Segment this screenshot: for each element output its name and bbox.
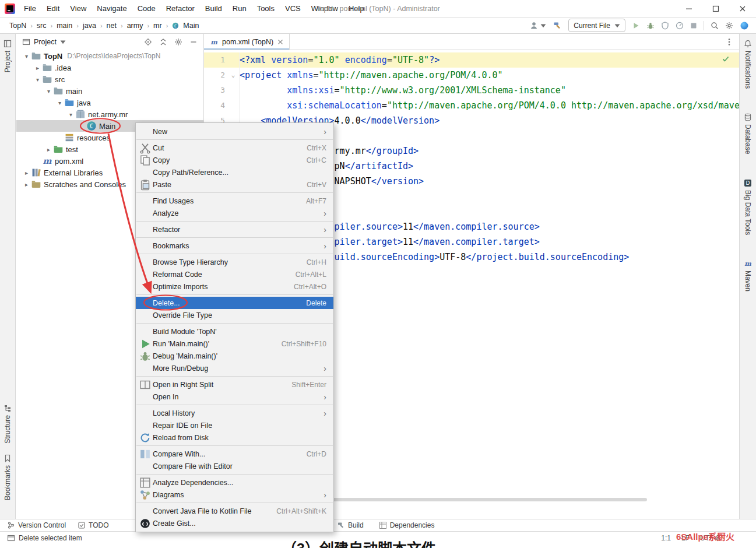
collapse-all-button[interactable]	[159, 38, 167, 46]
breadcrumb-item-mr[interactable]: mr	[153, 22, 162, 30]
run-config-select[interactable]: Current File	[568, 19, 625, 32]
menu-item-compare-file-with-editor[interactable]: Compare File with Editor	[136, 460, 333, 472]
code-text[interactable]: xsi:schemaLocation="http://maven.apache.…	[239, 98, 739, 113]
tree-chevron-icon[interactable]	[22, 170, 31, 176]
panel-settings-button[interactable]	[174, 38, 182, 46]
editor-options-button[interactable]	[725, 38, 739, 46]
stop-button[interactable]	[690, 22, 697, 29]
fold-icon[interactable]	[227, 68, 239, 83]
breadcrumb-item-net[interactable]: net	[107, 22, 117, 30]
caret-position[interactable]: 1:1	[661, 534, 671, 542]
tool-stripe-structure[interactable]: Structure	[3, 404, 12, 444]
breadcrumb-item-main[interactable]: main	[57, 22, 72, 30]
tree-chevron-icon[interactable]	[66, 111, 75, 118]
menu-edit[interactable]: Edit	[41, 0, 65, 17]
tree-row-net-army-mr[interactable]: net.army.mr	[16, 108, 203, 120]
debug-button[interactable]	[646, 22, 655, 30]
code-text[interactable]: <project xmlns="http://maven.apache.org/…	[239, 68, 739, 83]
menu-item-find-usages[interactable]: Find UsagesAlt+F7	[136, 195, 333, 207]
project-panel-title[interactable]: Project	[34, 38, 57, 46]
status-widget-todo[interactable]: TODO	[78, 521, 108, 529]
menu-navigate[interactable]: Navigate	[92, 0, 132, 17]
menu-item-copy[interactable]: CopyCtrl+C	[136, 154, 333, 166]
breadcrumb-item-army[interactable]: army	[127, 22, 143, 30]
tool-stripe-maven[interactable]: mMaven	[744, 259, 752, 291]
menu-item-bookmarks[interactable]: Bookmarks	[136, 240, 333, 252]
tree-row-main[interactable]: main	[16, 85, 203, 97]
menu-build[interactable]: Build	[200, 0, 227, 17]
menu-item-refactor[interactable]: Refactor	[136, 223, 333, 236]
menu-item-local-history[interactable]: Local History	[136, 407, 333, 419]
close-button[interactable]	[729, 0, 756, 17]
menu-item-more-run-debug[interactable]: More Run/Debug	[136, 362, 333, 374]
breadcrumb-item-src[interactable]: src	[37, 22, 47, 30]
tree-chevron-icon[interactable]	[33, 65, 42, 71]
inspections-ok-icon[interactable]	[722, 55, 730, 63]
code-text[interactable]: <?xml version="1.0" encoding="UTF-8"?>	[239, 52, 739, 68]
menu-item-analyze[interactable]: Analyze	[136, 207, 333, 219]
editor-tab-pom[interactable]: m pom.xml (TopN)	[204, 34, 290, 50]
menu-vcs[interactable]: VCS	[280, 0, 306, 17]
menu-item-paste[interactable]: PasteCtrl+V	[136, 178, 333, 191]
menu-item-optimize-imports[interactable]: Optimize ImportsCtrl+Alt+O	[136, 280, 333, 293]
tree-row-idea[interactable]: .idea	[16, 62, 203, 73]
tool-stripe-database[interactable]: Database	[744, 113, 752, 154]
status-widget-version-control[interactable]: Version Control	[7, 521, 66, 529]
tool-stripe-bookmarks[interactable]: Bookmarks	[3, 454, 12, 500]
menu-tools[interactable]: Tools	[252, 0, 280, 17]
menu-code[interactable]: Code	[132, 0, 161, 17]
tree-chevron-icon[interactable]	[55, 100, 64, 106]
code-text[interactable]: xmlns:xsi="http://www.w3.org/2001/XMLSch…	[239, 83, 739, 98]
menu-item-compare-with[interactable]: Compare With...Ctrl+D	[136, 448, 333, 460]
build-hammer-icon[interactable]	[553, 21, 562, 30]
hide-panel-button[interactable]	[189, 38, 198, 46]
settings-button[interactable]	[725, 22, 733, 30]
run-button[interactable]	[632, 22, 640, 30]
locate-file-button[interactable]	[144, 38, 152, 46]
menu-file[interactable]: File	[19, 0, 41, 17]
minimize-button[interactable]	[676, 0, 702, 17]
menu-item-delete[interactable]: Delete...Delete	[136, 297, 333, 309]
menu-item-run-main-main[interactable]: Run 'Main.main()'Ctrl+Shift+F10	[136, 338, 333, 350]
line-separator[interactable]: LF	[681, 534, 690, 542]
tree-chevron-icon[interactable]	[44, 146, 53, 153]
menu-item-create-gist[interactable]: Create Gist...	[136, 517, 333, 529]
learn-plugin-icon[interactable]	[740, 21, 749, 30]
menu-item-debug-main-main[interactable]: Debug 'Main.main()'	[136, 350, 333, 362]
profiler-button[interactable]	[676, 22, 684, 30]
maximize-button[interactable]	[702, 0, 729, 17]
coverage-button[interactable]	[661, 22, 669, 30]
menu-item-reload-from-disk[interactable]: Reload from Disk	[136, 431, 333, 444]
tree-row-src[interactable]: src	[16, 73, 203, 85]
menu-item-override-file-type[interactable]: Override File Type	[136, 309, 333, 321]
tree-row-java[interactable]: java	[16, 97, 203, 108]
menu-item-build-module-topn[interactable]: Build Module 'TopN'	[136, 325, 333, 338]
menu-item-analyze-dependencies[interactable]: Analyze Dependencies...	[136, 476, 333, 489]
menu-refactor[interactable]: Refactor	[161, 0, 200, 17]
tree-chevron-icon[interactable]	[33, 76, 42, 83]
search-button[interactable]	[711, 22, 719, 30]
breadcrumb-item-topn[interactable]: TopN	[9, 22, 26, 30]
menu-view[interactable]: View	[65, 0, 92, 17]
menu-run[interactable]: Run	[227, 0, 252, 17]
tool-stripe-big-data-tools[interactable]: DBig Data Tools	[744, 179, 752, 235]
tree-chevron-icon[interactable]	[44, 88, 53, 94]
tab-close-icon[interactable]	[277, 39, 283, 45]
menu-item-cut[interactable]: CutCtrl+X	[136, 142, 333, 154]
menu-item-convert-java-file-to-kotlin-file[interactable]: Convert Java File to Kotlin FileCtrl+Alt…	[136, 505, 333, 517]
menu-item-browse-type-hierarchy[interactable]: Browse Type HierarchyCtrl+H	[136, 256, 333, 268]
menu-item-new[interactable]: New	[136, 125, 333, 138]
tool-stripe-project[interactable]: Project	[3, 40, 12, 72]
breadcrumb-item-main[interactable]: Main	[183, 22, 199, 30]
tree-chevron-icon[interactable]	[22, 181, 31, 188]
breadcrumb-item-java[interactable]: java	[83, 22, 96, 30]
tree-row-topn[interactable]: TopND:\Projects\IdeaProjects\TopN	[16, 50, 203, 62]
user-button[interactable]	[529, 21, 546, 30]
status-widget-build[interactable]: Build	[337, 521, 364, 529]
menu-item-reformat-code[interactable]: Reformat CodeCtrl+Alt+L	[136, 268, 333, 280]
tree-chevron-icon[interactable]	[22, 53, 31, 59]
file-encoding[interactable]: UTF-8	[700, 534, 720, 542]
status-widget-dependencies[interactable]: Dependencies	[379, 521, 435, 529]
menu-item-repair-ide-on-file[interactable]: Repair IDE on File	[136, 419, 333, 431]
chevron-down-icon[interactable]	[60, 39, 66, 45]
